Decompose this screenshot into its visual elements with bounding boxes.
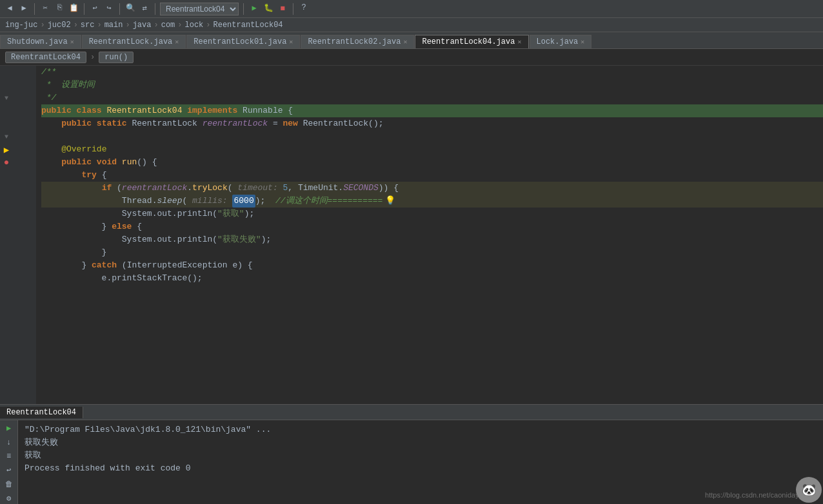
output-sidebar: ▶ ↓ ≡ ↩ 🗑 ⚙ (0, 420, 18, 504)
output-tabs: ReentrantLock04 (0, 405, 823, 420)
config-dropdown[interactable]: ReentrantLock04 (160, 3, 239, 15)
replace-icon[interactable]: ⇄ (139, 3, 150, 15)
cut-icon[interactable]: ✂ (39, 3, 51, 15)
output-tab-run[interactable]: ReentrantLock04 (0, 407, 83, 418)
gutter-cell-7: ▶ (0, 143, 13, 156)
breadcrumb-item-8[interactable]: ReentrantLock04 (213, 21, 283, 30)
close-reentrantlock01-tab[interactable]: ✕ (289, 38, 293, 46)
output-text: "D:\Program Files\Java\jdk1.8.0_121\bin\… (18, 420, 823, 504)
code-line-blank1 (41, 130, 823, 143)
breadcrumb-item-3[interactable]: src (81, 21, 95, 30)
breakpoint-icon[interactable]: ● (4, 157, 9, 168)
gutter-cell-14 (0, 233, 13, 246)
back-icon[interactable]: ◀ (4, 3, 15, 15)
breadcrumb-item-2[interactable]: juc02 (48, 21, 71, 30)
path-chip-class[interactable]: ReentrantLock04 (5, 52, 86, 63)
breadcrumb: ing-juc › juc02 › src › main › java › co… (0, 18, 823, 32)
gutter-cell-6: ▼ (0, 130, 13, 143)
code-line-run: public void run() { (41, 156, 823, 169)
sep2 (84, 3, 84, 15)
warning-icon: 💡 (385, 195, 395, 208)
close-reentrantlock-tab[interactable]: ✕ (175, 38, 179, 46)
breadcrumb-item-1[interactable]: ing-juc (5, 21, 37, 30)
code-line-close-else: } (41, 246, 823, 259)
scroll-down-icon[interactable]: ↓ (3, 437, 15, 449)
tab-reentrantlock04[interactable]: ReentrantLock04.java ✕ (415, 35, 528, 48)
forward-icon[interactable]: ▶ (18, 3, 30, 15)
sep3 (119, 3, 120, 15)
tab-lock[interactable]: Lock.java ✕ (530, 35, 592, 48)
gutter-cell-2 (0, 79, 13, 92)
fold-icon-6[interactable]: ▼ (5, 133, 8, 141)
output-fail: 获取失败 (25, 436, 817, 449)
code-line-sleep: Thread.sleep( millis: 6000); //调这个时间====… (41, 195, 823, 208)
clear-icon[interactable]: 🗑 (3, 479, 15, 490)
output-java-cmd: "D:\Program Files\Java\jdk1.8.0_121\bin\… (25, 423, 817, 436)
output-success: 获取 (25, 449, 817, 461)
tab-reentrantlock02[interactable]: ReentrantLock02.java ✕ (301, 35, 414, 48)
settings-icon[interactable]: ⚙ (3, 492, 15, 504)
toolbar: ◀ ▶ ✂ ⎘ 📋 ↩ ↪ 🔍 ⇄ ReentrantLock04 ▶ 🐛 ◼ … (0, 0, 823, 18)
code-area: ▼ ▼ ▶ ● (0, 66, 823, 404)
gutter-cell-10 (0, 182, 13, 195)
stop-icon[interactable]: ◼ (277, 3, 288, 15)
code-line-print-obtain: System.out.println("获取"); (41, 208, 823, 220)
tab-reentrantlock[interactable]: ReentrantLock.java ✕ (82, 35, 186, 48)
avatar: 🐼 (796, 477, 822, 503)
gutter: ▼ ▼ ▶ ● (0, 66, 13, 404)
gutter-cell-1 (0, 66, 13, 79)
code-line-comment3: */ (41, 92, 823, 104)
close-lock-tab[interactable]: ✕ (580, 38, 584, 46)
code-line-catch: } catch (InterruptedException e) { (41, 259, 823, 272)
code-content[interactable]: /** * 设置时间 */ public class ReentrantLock… (36, 66, 823, 404)
gutter-cell-8: ● (0, 156, 13, 169)
paste-icon[interactable]: 📋 (68, 3, 79, 15)
line-numbers (13, 66, 36, 404)
code-line-override: @Override (41, 143, 823, 156)
gutter-cell-3: ▼ (0, 92, 13, 104)
debug-icon[interactable]: 🐛 (263, 3, 274, 15)
redo-icon[interactable]: ↪ (103, 3, 115, 15)
gutter-cell-11 (0, 195, 13, 208)
run-again-icon[interactable]: ▶ (3, 423, 15, 434)
code-line-field: public static ReentrantLock reentrantLoc… (41, 117, 823, 130)
gutter-cell-12 (0, 208, 13, 220)
close-reentrantlock04-tab[interactable]: ✕ (517, 38, 521, 46)
tab-reentrantlock01[interactable]: ReentrantLock01.java ✕ (186, 35, 300, 48)
code-line-class: public class ReentrantLock04 implements … (41, 104, 823, 117)
close-reentrantlock02-tab[interactable]: ✕ (403, 38, 407, 46)
close-shutdown-tab[interactable]: ✕ (70, 38, 74, 46)
sep4 (155, 3, 155, 15)
code-line-comment2: * 设置时间 (41, 79, 823, 92)
output-process-finished: Process finished with exit code 0 (25, 461, 817, 474)
tab-shutdown[interactable]: Shutdown.java ✕ (0, 35, 81, 48)
gutter-cell-9 (0, 169, 13, 182)
output-panel: ReentrantLock04 ▶ ↓ ≡ ↩ 🗑 ⚙ "D:\Program … (0, 404, 823, 504)
path-chip-method[interactable]: run() (99, 52, 134, 63)
code-line-try: try { (41, 169, 823, 182)
debug-arrow-icon: ▶ (4, 144, 9, 155)
gutter-cell-4 (0, 104, 13, 117)
fold-icon-3[interactable]: ▼ (5, 95, 8, 102)
breadcrumb-item-6[interactable]: com (161, 21, 175, 30)
filter-icon[interactable]: ≡ (3, 451, 15, 462)
path-row: ReentrantLock04 › run() (0, 49, 823, 66)
code-line-if: if (reentrantLock.tryLock( timeout: 5, T… (41, 182, 823, 195)
highlighted-value: 6000 (232, 195, 255, 208)
breadcrumb-item-4[interactable]: main (104, 21, 123, 30)
gutter-cell-5 (0, 117, 13, 130)
output-body: ▶ ↓ ≡ ↩ 🗑 ⚙ "D:\Program Files\Java\jdk1.… (0, 420, 823, 504)
breadcrumb-item-5[interactable]: java (133, 21, 152, 30)
undo-icon[interactable]: ↩ (89, 3, 101, 15)
help-icon[interactable]: ? (298, 3, 310, 15)
search-icon[interactable]: 🔍 (124, 3, 136, 15)
code-line-print-fail: System.out.println("获取失败"); (41, 233, 823, 246)
breadcrumb-item-7[interactable]: lock (185, 21, 204, 30)
code-line-comment1: /** (41, 66, 823, 79)
run-icon[interactable]: ▶ (248, 3, 260, 15)
code-line-else: } else { (41, 220, 823, 233)
sep1 (34, 3, 35, 15)
wrap-icon[interactable]: ↩ (3, 465, 15, 476)
copy-icon[interactable]: ⎘ (54, 3, 65, 15)
file-tabs: Shutdown.java ✕ ReentrantLock.java ✕ Ree… (0, 32, 823, 49)
